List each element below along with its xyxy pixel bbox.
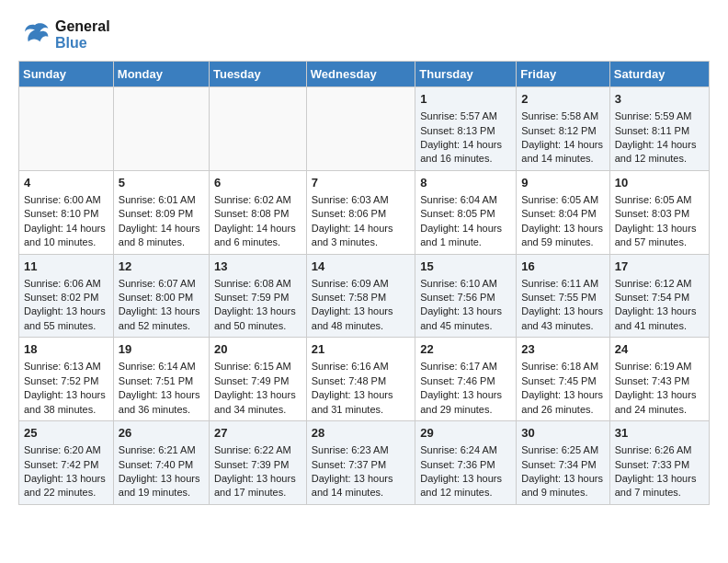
calendar-cell (19, 87, 114, 171)
logo-bird-icon (18, 18, 51, 52)
day-info: Daylight: 13 hours and 36 minutes. (119, 388, 204, 417)
day-number: 24 (615, 341, 704, 358)
day-info: Daylight: 13 hours and 45 minutes. (420, 304, 511, 333)
day-info: Sunset: 8:12 PM (521, 124, 604, 138)
day-info: Daylight: 13 hours and 12 minutes. (420, 472, 511, 500)
day-number: 29 (420, 425, 511, 442)
day-info: Daylight: 14 hours and 3 minutes. (312, 222, 410, 250)
day-info: Daylight: 13 hours and 22 minutes. (24, 472, 108, 500)
calendar-cell: 26Sunrise: 6:21 AMSunset: 7:40 PMDayligh… (113, 421, 209, 505)
day-info: Daylight: 13 hours and 26 minutes. (521, 388, 604, 417)
day-number: 7 (312, 175, 410, 191)
calendar-cell: 21Sunrise: 6:16 AMSunset: 7:48 PMDayligh… (306, 338, 415, 421)
day-info: Sunrise: 6:11 AM (521, 277, 604, 291)
day-number: 23 (521, 341, 604, 358)
day-info: Sunrise: 6:10 AM (420, 277, 511, 291)
day-info: Sunset: 7:56 PM (420, 291, 511, 304)
day-info: Sunset: 8:11 PM (615, 124, 704, 138)
day-info: Daylight: 13 hours and 17 minutes. (214, 472, 301, 500)
day-info: Sunrise: 6:14 AM (119, 360, 204, 373)
day-number: 16 (521, 259, 604, 275)
weekday-header-sunday: Sunday (19, 62, 114, 87)
logo-text: General Blue (55, 18, 110, 52)
day-number: 28 (312, 425, 410, 442)
day-info: Daylight: 13 hours and 34 minutes. (214, 388, 301, 417)
day-info: Sunset: 7:37 PM (312, 458, 410, 472)
day-info: Sunset: 7:42 PM (24, 458, 108, 472)
day-info: Daylight: 13 hours and 29 minutes. (420, 388, 511, 417)
calendar-cell: 20Sunrise: 6:15 AMSunset: 7:49 PMDayligh… (209, 338, 306, 421)
page-header: General Blue (18, 18, 710, 52)
day-info: Daylight: 13 hours and 24 minutes. (615, 388, 704, 417)
day-info: Daylight: 13 hours and 9 minutes. (521, 472, 604, 500)
day-number: 15 (420, 259, 511, 275)
calendar-cell: 9Sunrise: 6:05 AMSunset: 8:04 PMDaylight… (517, 170, 609, 254)
day-info: Sunrise: 6:09 AM (312, 277, 410, 291)
day-info: Sunset: 8:09 PM (119, 207, 204, 221)
calendar-cell: 25Sunrise: 6:20 AMSunset: 7:42 PMDayligh… (19, 421, 114, 505)
day-info: Sunrise: 6:20 AM (24, 443, 108, 457)
calendar-cell: 29Sunrise: 6:24 AMSunset: 7:36 PMDayligh… (415, 421, 517, 505)
day-info: Daylight: 13 hours and 48 minutes. (312, 304, 410, 333)
day-info: Sunrise: 6:07 AM (119, 277, 204, 291)
calendar-cell: 13Sunrise: 6:08 AMSunset: 7:59 PMDayligh… (209, 254, 306, 338)
day-number: 19 (119, 341, 204, 358)
calendar-cell: 30Sunrise: 6:25 AMSunset: 7:34 PMDayligh… (517, 421, 609, 505)
calendar-cell: 8Sunrise: 6:04 AMSunset: 8:05 PMDaylight… (415, 170, 517, 254)
calendar-cell: 31Sunrise: 6:26 AMSunset: 7:33 PMDayligh… (609, 421, 709, 505)
day-info: Sunrise: 6:05 AM (521, 193, 604, 207)
day-info: Sunrise: 6:17 AM (420, 360, 511, 373)
day-info: Daylight: 13 hours and 41 minutes. (615, 304, 704, 333)
calendar-cell: 7Sunrise: 6:03 AMSunset: 8:06 PMDaylight… (306, 170, 415, 254)
calendar-cell: 12Sunrise: 6:07 AMSunset: 8:00 PMDayligh… (113, 254, 209, 338)
day-info: Sunrise: 6:02 AM (214, 193, 301, 207)
day-info: Sunrise: 5:57 AM (420, 109, 511, 123)
day-info: Daylight: 13 hours and 38 minutes. (24, 388, 108, 417)
day-number: 31 (615, 425, 704, 442)
day-info: Daylight: 13 hours and 50 minutes. (214, 304, 301, 333)
day-info: Sunrise: 6:21 AM (119, 443, 204, 457)
day-info: Daylight: 14 hours and 1 minute. (420, 222, 511, 250)
day-info: Daylight: 13 hours and 52 minutes. (119, 304, 204, 333)
day-info: Sunrise: 6:23 AM (312, 443, 410, 457)
day-info: Sunset: 7:49 PM (214, 374, 301, 388)
day-info: Sunset: 8:08 PM (214, 207, 301, 221)
calendar-cell: 1Sunrise: 5:57 AMSunset: 8:13 PMDaylight… (415, 87, 517, 171)
day-info: Daylight: 13 hours and 55 minutes. (24, 304, 108, 333)
day-info: Daylight: 13 hours and 59 minutes. (521, 222, 604, 250)
day-info: Sunset: 8:02 PM (24, 291, 108, 304)
calendar-cell: 3Sunrise: 5:59 AMSunset: 8:11 PMDaylight… (609, 87, 709, 171)
calendar-week-1: 1Sunrise: 5:57 AMSunset: 8:13 PMDaylight… (19, 87, 710, 171)
day-number: 22 (420, 341, 511, 358)
day-info: Sunset: 8:13 PM (420, 124, 511, 138)
day-info: Sunrise: 6:00 AM (24, 193, 108, 207)
day-info: Sunrise: 6:12 AM (615, 277, 704, 291)
day-info: Sunset: 8:03 PM (615, 207, 704, 221)
day-info: Daylight: 14 hours and 14 minutes. (521, 138, 604, 167)
day-info: Daylight: 13 hours and 19 minutes. (119, 472, 204, 500)
day-info: Sunrise: 5:59 AM (615, 109, 704, 123)
calendar-cell (113, 87, 209, 171)
day-number: 4 (24, 175, 108, 191)
calendar-cell: 18Sunrise: 6:13 AMSunset: 7:52 PMDayligh… (19, 338, 114, 421)
day-info: Sunrise: 6:24 AM (420, 443, 511, 457)
day-info: Sunrise: 6:04 AM (420, 193, 511, 207)
day-info: Sunrise: 6:18 AM (521, 360, 604, 373)
day-info: Sunset: 7:51 PM (119, 374, 204, 388)
day-number: 6 (214, 175, 301, 191)
day-info: Sunset: 8:06 PM (312, 207, 410, 221)
calendar-cell: 17Sunrise: 6:12 AMSunset: 7:54 PMDayligh… (609, 254, 709, 338)
day-info: Sunset: 7:39 PM (214, 458, 301, 472)
day-info: Daylight: 14 hours and 8 minutes. (119, 222, 204, 250)
day-info: Sunset: 7:34 PM (521, 458, 604, 472)
day-info: Sunrise: 6:16 AM (312, 360, 410, 373)
day-info: Sunset: 7:43 PM (615, 374, 704, 388)
day-info: Sunrise: 6:03 AM (312, 193, 410, 207)
day-info: Sunrise: 6:13 AM (24, 360, 108, 373)
day-number: 20 (214, 341, 301, 358)
weekday-header-tuesday: Tuesday (209, 62, 306, 87)
day-info: Daylight: 13 hours and 31 minutes. (312, 388, 410, 417)
calendar-cell: 14Sunrise: 6:09 AMSunset: 7:58 PMDayligh… (306, 254, 415, 338)
day-info: Daylight: 13 hours and 7 minutes. (615, 472, 704, 500)
day-info: Sunrise: 6:19 AM (615, 360, 704, 373)
